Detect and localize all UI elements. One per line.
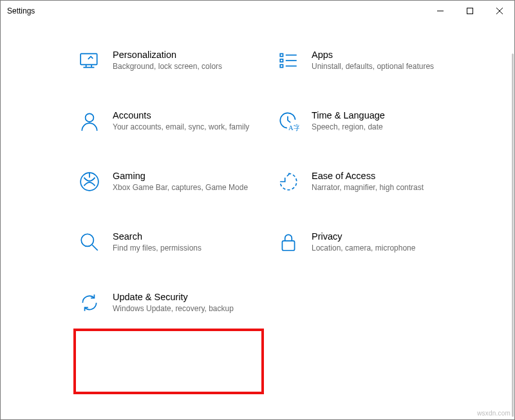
tile-update-security[interactable]: Update & Security Windows Update, recove… <box>78 289 264 318</box>
personalization-icon <box>78 50 101 73</box>
update-security-icon <box>78 292 101 315</box>
svg-point-14 <box>86 113 94 122</box>
ease-of-access-icon <box>277 171 300 194</box>
tile-accounts[interactable]: Accounts Your accounts, email, sync, wor… <box>78 108 264 136</box>
tile-personalization[interactable]: Personalization Background, lock screen,… <box>78 47 264 75</box>
tile-subtitle: Windows Update, recovery, backup <box>113 303 234 314</box>
close-icon <box>496 8 503 14</box>
tile-subtitle: Background, lock screen, colors <box>113 61 222 72</box>
svg-line-21 <box>92 245 98 251</box>
tile-apps[interactable]: Apps Uninstall, defaults, optional featu… <box>277 47 463 75</box>
privacy-icon <box>277 231 300 254</box>
search-icon <box>78 231 101 254</box>
window-controls <box>426 1 514 21</box>
settings-grid: Personalization Background, lock screen,… <box>1 21 514 318</box>
tile-privacy[interactable]: Privacy Location, camera, microphone <box>277 229 463 257</box>
tile-subtitle: Narrator, magnifier, high contrast <box>312 182 424 193</box>
highlight-box <box>73 329 264 394</box>
close-button[interactable] <box>485 1 514 21</box>
tile-title: Update & Security <box>113 292 234 302</box>
settings-window: Settings Personalization Background, loc… <box>0 0 515 420</box>
tile-ease-of-access[interactable]: Ease of Access Narrator, magnifier, high… <box>277 168 463 196</box>
tile-title: Personalization <box>113 50 222 60</box>
tile-subtitle: Location, camera, microphone <box>312 243 415 253</box>
tile-search[interactable]: Search Find my files, permissions <box>78 229 264 257</box>
svg-rect-1 <box>467 8 473 14</box>
accounts-icon <box>78 110 101 133</box>
tile-title: Accounts <box>113 110 249 120</box>
svg-point-20 <box>81 234 93 246</box>
svg-text:A字: A字 <box>288 124 299 131</box>
maximize-button[interactable] <box>455 1 485 21</box>
tile-gaming[interactable]: Gaming Xbox Game Bar, captures, Game Mod… <box>78 168 264 196</box>
tile-time-language[interactable]: A字 Time & Language Speech, region, date <box>277 108 463 136</box>
apps-icon <box>277 50 300 73</box>
tile-subtitle: Speech, region, date <box>312 122 385 132</box>
tile-title: Search <box>113 231 201 242</box>
svg-rect-10 <box>280 59 283 62</box>
tile-subtitle: Xbox Game Bar, captures, Game Mode <box>113 182 248 193</box>
tile-subtitle: Your accounts, email, sync, work, family <box>113 122 249 132</box>
svg-rect-12 <box>280 64 283 67</box>
window-title: Settings <box>7 6 35 15</box>
minimize-button[interactable] <box>426 1 455 21</box>
tile-title: Privacy <box>312 231 415 242</box>
titlebar: Settings <box>1 1 514 21</box>
maximize-icon <box>467 8 473 14</box>
tile-subtitle: Uninstall, defaults, optional features <box>312 61 434 72</box>
time-language-icon: A字 <box>277 110 300 133</box>
tile-title: Time & Language <box>312 110 385 120</box>
scrollbar[interactable] <box>512 53 514 417</box>
watermark: wsxdn.com <box>477 410 510 417</box>
tile-subtitle: Find my files, permissions <box>113 243 201 253</box>
tile-title: Ease of Access <box>312 171 424 181</box>
svg-rect-8 <box>280 53 283 56</box>
tile-title: Apps <box>312 50 434 60</box>
svg-rect-22 <box>282 241 294 251</box>
svg-line-16 <box>288 120 290 122</box>
gaming-icon <box>78 171 101 194</box>
minimize-icon <box>437 8 444 14</box>
tile-title: Gaming <box>113 171 248 181</box>
